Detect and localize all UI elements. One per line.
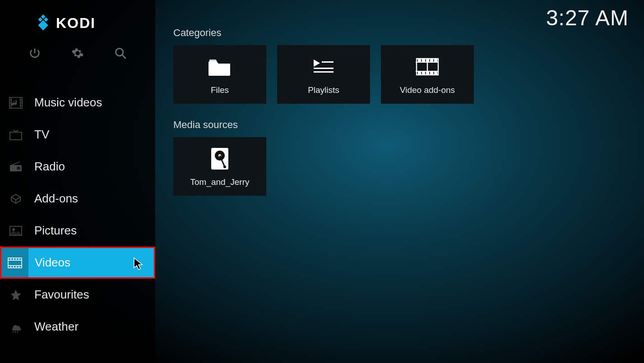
svg-rect-47 [431, 59, 433, 62]
sidebar-item-tv[interactable]: TV [0, 119, 155, 151]
main-menu: Music videos TV Radio [0, 87, 155, 343]
sidebar-item-label: Music videos [34, 96, 102, 110]
kodi-logo-icon [32, 13, 50, 33]
sidebar-item-label: Favourites [34, 288, 89, 302]
sidebar-item-music-videos[interactable]: Music videos [0, 87, 155, 119]
favourites-icon [7, 289, 24, 301]
music-video-icon [7, 97, 24, 109]
svg-line-34 [13, 331, 14, 333]
svg-point-57 [223, 165, 226, 168]
card-label: Files [211, 85, 229, 95]
logo-row: KODI [0, 0, 155, 36]
svg-rect-23 [8, 258, 22, 268]
playlist-icon [312, 54, 335, 80]
film-icon [416, 54, 439, 80]
sidebar-item-pictures[interactable]: Pictures [0, 215, 155, 247]
content-area: Categories Files Playlists [173, 27, 635, 211]
card-label: Tom_and_Jerry [190, 177, 250, 187]
svg-line-20 [12, 162, 20, 165]
settings-button[interactable] [71, 47, 84, 61]
sidebar-item-addons[interactable]: Add-ons [0, 183, 155, 215]
svg-point-4 [116, 49, 123, 56]
svg-rect-15 [10, 132, 22, 140]
category-playlists[interactable]: Playlists [277, 45, 370, 104]
sidebar-item-favourites[interactable]: Favourites [0, 279, 155, 311]
tv-icon [7, 129, 24, 141]
sidebar-item-label: Add-ons [34, 192, 78, 206]
svg-rect-37 [322, 61, 334, 63]
pictures-icon [7, 225, 24, 236]
svg-rect-51 [426, 72, 429, 74]
svg-line-5 [122, 55, 125, 59]
sidebar-item-videos[interactable]: Videos [0, 247, 155, 279]
sidebar-item-label: Radio [34, 160, 65, 174]
search-button[interactable] [114, 47, 127, 61]
svg-rect-52 [431, 72, 433, 74]
svg-rect-39 [314, 71, 334, 73]
svg-rect-48 [435, 59, 437, 62]
sidebar-item-label: Pictures [34, 224, 77, 238]
svg-rect-1 [44, 17, 48, 22]
svg-rect-0 [41, 14, 46, 19]
media-sources-row: Tom_and_Jerry [173, 137, 635, 196]
addons-icon [7, 193, 24, 205]
sidebar-item-weather[interactable]: Weather [0, 311, 155, 343]
svg-line-35 [15, 331, 16, 333]
svg-rect-45 [422, 59, 425, 62]
sidebar: KODI [0, 0, 155, 363]
sidebar-item-label: Videos [35, 256, 70, 270]
svg-rect-44 [418, 59, 421, 62]
svg-rect-18 [11, 166, 16, 167]
svg-rect-50 [422, 72, 425, 74]
categories-row: Files Playlists [173, 45, 635, 104]
sidebar-item-label: Weather [34, 320, 79, 334]
sidebar-item-label: TV [34, 128, 49, 142]
category-video-addons[interactable]: Video add-ons [381, 45, 474, 104]
svg-rect-49 [418, 72, 421, 74]
categories-title: Categories [173, 27, 635, 39]
svg-line-36 [17, 331, 18, 333]
category-files[interactable]: Files [173, 45, 266, 104]
media-source-item[interactable]: Tom_and_Jerry [173, 137, 266, 196]
svg-point-22 [13, 229, 14, 230]
brand-name: KODI [56, 15, 96, 32]
harddrive-icon [210, 146, 229, 172]
svg-point-17 [17, 166, 20, 170]
media-sources-title: Media sources [173, 119, 635, 131]
svg-rect-3 [38, 20, 48, 31]
power-button[interactable] [28, 47, 41, 61]
card-label: Video add-ons [400, 85, 455, 95]
svg-rect-38 [314, 68, 334, 69]
card-label: Playlists [308, 85, 339, 95]
svg-rect-2 [38, 17, 42, 22]
svg-rect-46 [426, 59, 429, 62]
folder-icon [208, 54, 232, 80]
svg-rect-19 [11, 168, 16, 169]
clock: 3:27 AM [546, 5, 629, 30]
utility-row [0, 36, 155, 75]
weather-icon [7, 321, 24, 333]
radio-icon [7, 161, 24, 172]
svg-rect-53 [435, 72, 437, 74]
videos-icon [6, 257, 23, 268]
sidebar-item-radio[interactable]: Radio [0, 151, 155, 183]
